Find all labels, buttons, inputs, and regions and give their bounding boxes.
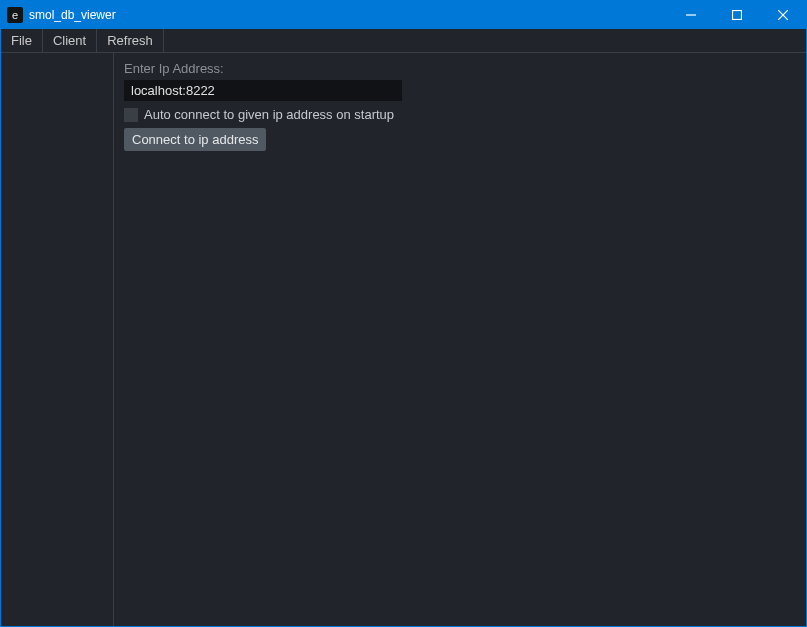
main-panel: Enter Ip Address: Auto connect to given … [114,53,806,626]
minimize-button[interactable] [668,1,714,29]
menu-refresh[interactable]: Refresh [97,29,164,52]
app-icon: e [7,7,23,23]
auto-connect-row: Auto connect to given ip address on star… [124,107,796,122]
ip-address-input[interactable] [124,80,402,101]
auto-connect-checkbox[interactable] [124,108,138,122]
svg-rect-1 [733,11,742,20]
close-icon [778,10,788,20]
window-controls [668,1,806,29]
menubar: File Client Refresh [1,29,806,53]
sidebar [1,53,114,626]
maximize-icon [732,10,742,20]
close-button[interactable] [760,1,806,29]
connect-button[interactable]: Connect to ip address [124,128,266,151]
menu-file[interactable]: File [1,29,43,52]
menu-client[interactable]: Client [43,29,97,52]
content-area: Enter Ip Address: Auto connect to given … [1,53,806,626]
auto-connect-label: Auto connect to given ip address on star… [144,107,394,122]
ip-address-label: Enter Ip Address: [124,61,796,76]
maximize-button[interactable] [714,1,760,29]
window-frame: e smol_db_viewer File Client Refresh Ent… [0,0,807,627]
app-icon-letter: e [12,9,18,21]
window-title: smol_db_viewer [29,8,668,22]
titlebar[interactable]: e smol_db_viewer [1,1,806,29]
minimize-icon [686,10,696,20]
